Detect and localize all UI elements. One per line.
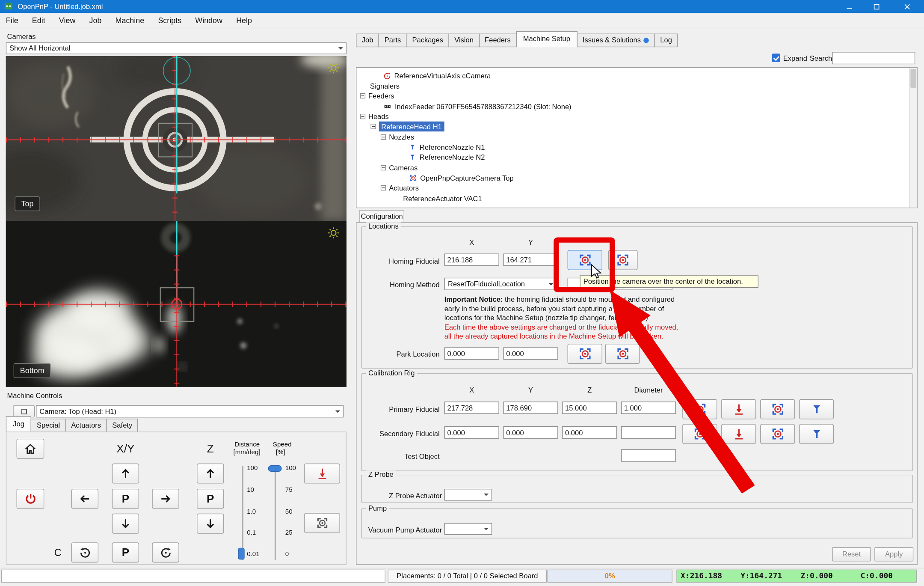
primary-fiducial-y-field[interactable]: 178.690	[503, 402, 558, 414]
close-button[interactable]	[890, 0, 924, 13]
tab-packages[interactable]: Packages	[406, 34, 449, 48]
tab-parts[interactable]: Parts	[379, 34, 407, 48]
collapse-icon[interactable]	[381, 165, 386, 170]
tab-vision[interactable]: Vision	[448, 34, 479, 48]
tree-item-indexfeeder[interactable]: IndexFeeder 0670FF565457888367212340 (Sl…	[383, 101, 571, 111]
homing-method-select[interactable]: ResetToFiducialLocation	[444, 278, 557, 290]
menu-item-edit[interactable]: Edit	[26, 13, 51, 27]
secondary-fiducial-position-nozzle-button[interactable]	[799, 424, 834, 444]
collapse-icon[interactable]	[360, 114, 365, 119]
position-c-button[interactable]: P	[112, 542, 139, 562]
collapse-icon[interactable]	[381, 185, 386, 190]
tab-feeders[interactable]: Feeders	[479, 34, 516, 48]
tree-item-feeders[interactable]: Feeders	[360, 91, 394, 101]
collapse-icon[interactable]	[381, 134, 386, 140]
park-position-camera-button[interactable]	[568, 344, 602, 364]
camera-view-bottom[interactable]	[6, 221, 346, 387]
jog-x-minus-button[interactable]	[71, 489, 98, 509]
tab-machine-setup[interactable]: Machine Setup	[516, 31, 577, 47]
vacuum-pump-actuator-select[interactable]	[444, 523, 492, 535]
tree-scrollbar[interactable]	[909, 68, 917, 207]
distance-slider-handle[interactable]	[238, 548, 245, 560]
park-location-y-field[interactable]: 0.000	[503, 347, 558, 360]
secondary-fiducial-x-field[interactable]: 0.000	[444, 426, 499, 439]
z-probe-actuator-select[interactable]	[444, 489, 492, 501]
menu-item-window[interactable]: Window	[189, 13, 228, 27]
test-object-field[interactable]	[621, 449, 676, 462]
search-input[interactable]	[832, 52, 915, 64]
jog-z-plus-button[interactable]	[197, 464, 224, 484]
secondary-fiducial-y-field[interactable]: 0.000	[503, 426, 558, 439]
capture-camera-location-button[interactable]	[304, 513, 340, 533]
tree-item-reference-head[interactable]: ReferenceHead H1	[370, 122, 444, 131]
position-z-button[interactable]: P	[197, 489, 224, 509]
tree-item-heads[interactable]: Heads	[360, 111, 389, 121]
jog-z-minus-button[interactable]	[197, 514, 224, 534]
tree-item-reference-nozzle-n1[interactable]: ReferenceNozzle N1	[409, 142, 485, 152]
jog-x-plus-button[interactable]	[152, 489, 179, 509]
tab-jog[interactable]: Jog	[6, 416, 32, 432]
speed-slider[interactable]	[275, 466, 276, 560]
rotate-cw-button[interactable]	[152, 542, 179, 562]
distance-slider[interactable]	[242, 466, 243, 560]
tree-item-nozzles[interactable]: Nozzles	[381, 132, 414, 142]
jog-y-plus-button[interactable]	[112, 464, 139, 484]
tab-issues-solutions[interactable]: Issues & Solutions	[577, 34, 655, 48]
tree-item-signalers[interactable]: Signalers	[370, 81, 400, 91]
menu-item-view[interactable]: View	[53, 13, 81, 27]
tab-special[interactable]: Special	[31, 419, 66, 432]
apply-button[interactable]: Apply	[874, 547, 913, 561]
speed-slider-handle[interactable]	[268, 465, 282, 472]
expand-checkbox[interactable]	[772, 54, 780, 62]
position-xy-button[interactable]: P	[112, 489, 139, 509]
primary-fiducial-z-field[interactable]: 15.000	[562, 402, 617, 414]
primary-fiducial-position-camera-button[interactable]	[682, 399, 717, 419]
homing-fiducial-y-field[interactable]: 164.271	[503, 253, 558, 266]
collapse-icon[interactable]	[360, 93, 365, 98]
menu-item-machine[interactable]: Machine	[110, 13, 150, 27]
park-location-x-field[interactable]: 0.000	[444, 347, 499, 360]
homing-fiducial-capture-camera-button[interactable]	[608, 250, 638, 270]
primary-fiducial-x-field[interactable]: 217.728	[444, 402, 499, 414]
tab-job[interactable]: Job	[356, 34, 379, 48]
head-selector-button[interactable]	[13, 405, 35, 417]
tree-item-actuators[interactable]: Actuators	[381, 183, 419, 193]
rotate-ccw-button[interactable]	[71, 542, 98, 562]
secondary-fiducial-position-camera-button[interactable]	[682, 424, 717, 444]
tree-item-reference-actuator[interactable]: ReferenceActuator VAC1	[403, 193, 482, 203]
brightness-sun-icon[interactable]	[327, 61, 340, 74]
minimize-button[interactable]	[835, 0, 862, 13]
tree-scrollbar-thumb[interactable]	[910, 69, 916, 88]
secondary-fiducial-capture-camera-button[interactable]	[760, 424, 795, 444]
collapse-icon[interactable]	[370, 124, 376, 129]
menu-item-file[interactable]: File	[0, 13, 24, 27]
tree-item-cameras[interactable]: Cameras	[381, 163, 418, 173]
probe-z-button[interactable]	[304, 464, 340, 484]
secondary-fiducial-z-field[interactable]: 0.000	[562, 426, 617, 439]
tab-configuration[interactable]: Configuration	[359, 210, 404, 223]
tree-item-reference-nozzle-n2[interactable]: ReferenceNozzle N2	[409, 152, 485, 162]
maximize-button[interactable]	[863, 0, 890, 13]
tab-actuators[interactable]: Actuators	[65, 419, 107, 432]
tree-item-reference-virtual-axis[interactable]: ReferenceVirtualAxis cCamera	[383, 71, 491, 80]
secondary-fiducial-diameter-field[interactable]	[621, 426, 676, 439]
reset-button[interactable]: Reset	[832, 547, 871, 561]
secondary-fiducial-probe-button[interactable]	[721, 424, 756, 444]
park-capture-camera-button[interactable]	[605, 344, 640, 364]
camera-view-top[interactable]	[6, 56, 346, 221]
home-button[interactable]	[17, 439, 44, 459]
primary-fiducial-probe-button[interactable]	[721, 399, 756, 419]
power-button[interactable]	[17, 489, 44, 509]
controls-camera-select[interactable]: Camera: Top (Head: H1)	[36, 405, 344, 417]
primary-fiducial-diameter-field[interactable]: 1.000	[621, 402, 676, 414]
jog-y-minus-button[interactable]	[112, 514, 139, 534]
menu-item-help[interactable]: Help	[230, 13, 258, 27]
homing-fiducial-position-camera-button[interactable]	[568, 250, 602, 270]
primary-fiducial-capture-camera-button[interactable]	[760, 399, 795, 419]
camera-view-select[interactable]: Show All Horizontal	[6, 42, 346, 54]
menu-item-scripts[interactable]: Scripts	[152, 13, 187, 27]
tree-item-openpnp-capture-camera[interactable]: OpenPnpCaptureCamera Top	[409, 173, 514, 183]
menu-item-job[interactable]: Job	[83, 13, 107, 27]
primary-fiducial-position-nozzle-button[interactable]	[799, 399, 834, 419]
tab-safety[interactable]: Safety	[107, 419, 138, 432]
